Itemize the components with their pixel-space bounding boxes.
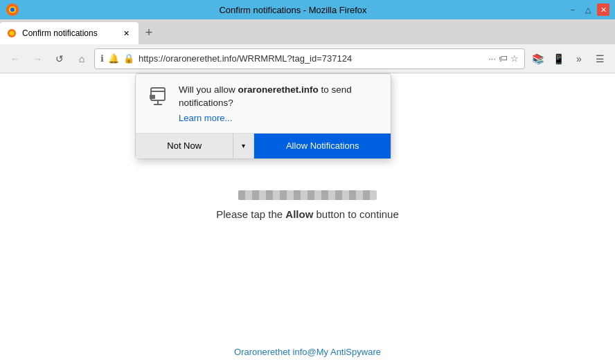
navbar: ← → ↺ ⌂ ℹ 🔔 🔒 https://oraronerethet.info… (0, 44, 615, 73)
new-tab-button[interactable]: + (139, 22, 159, 43)
menu-button[interactable]: ☰ (590, 49, 609, 69)
popup-body: Will you allow oraronerethet.info to sen… (136, 74, 391, 130)
more-icon[interactable]: ··· (488, 53, 496, 64)
address-icons: ··· 🏷 ☆ (488, 53, 519, 64)
tabbar: Confirm notifications ✕ + (0, 19, 615, 44)
not-now-button[interactable]: Not Now (136, 134, 233, 158)
extra-nav-buttons: 📚 📱 » ☰ (528, 49, 609, 69)
info-icon: ℹ (100, 53, 104, 64)
close-button[interactable]: ✕ (597, 3, 609, 16)
loading-bar (238, 190, 377, 200)
address-bar[interactable]: ℹ 🔔 🔒 https://oraronerethet.info/WRRMRML… (94, 48, 525, 69)
maximize-button[interactable]: △ (582, 3, 594, 16)
popup-text-before: Will you allow (179, 84, 238, 95)
tab-close-button[interactable]: ✕ (121, 28, 132, 39)
back-button[interactable]: ← (6, 49, 25, 69)
library-icon[interactable]: 📚 (528, 49, 547, 69)
notification-icon: 🔔 (108, 53, 119, 64)
footer-text: Oraronerethet info@My AntiSpyware (234, 347, 381, 357)
allow-word: Allow (285, 208, 313, 220)
footer: Oraronerethet info@My AntiSpyware (0, 347, 615, 357)
popup-content: Will you allow oraronerethet.info to sen… (179, 84, 381, 123)
tab-label: Confirm notifications (22, 28, 98, 38)
expand-button[interactable]: » (569, 49, 589, 69)
notification-popup: Will you allow oraronerethet.info to sen… (135, 73, 391, 159)
page-message-after: button to continue (313, 208, 398, 220)
forward-button[interactable]: → (28, 49, 47, 69)
home-button[interactable]: ⌂ (72, 49, 91, 69)
popup-actions: Not Now ▾ Allow Notifications (136, 133, 391, 158)
popup-message: Will you allow oraronerethet.info to sen… (179, 84, 381, 110)
url-text[interactable]: https://oraronerethet.info/WRRMRML?tag_i… (139, 53, 484, 64)
page-message-before: Please tap the (216, 208, 285, 220)
pocket-icon[interactable]: 🏷 (499, 53, 508, 64)
not-now-dropdown-button[interactable]: ▾ (233, 134, 254, 158)
titlebar-controls: − △ ✕ (567, 3, 609, 16)
secure-icon: 🔒 (123, 53, 134, 64)
svg-rect-7 (150, 95, 155, 99)
notification-permission-icon (145, 84, 170, 109)
page-message: Please tap the Allow button to continue (216, 208, 399, 220)
sync-icon[interactable]: 📱 (549, 49, 568, 69)
titlebar: Confirm notifications - Mozilla Firefox … (0, 0, 615, 19)
bookmark-icon[interactable]: ☆ (510, 53, 519, 64)
svg-point-2 (10, 8, 15, 12)
popup-site: oraronerethet.info (238, 84, 319, 95)
window-title: Confirm notifications - Mozilla Firefox (19, 5, 567, 15)
svg-point-4 (10, 31, 15, 36)
firefox-logo-icon (6, 3, 19, 17)
active-tab[interactable]: Confirm notifications ✕ (0, 22, 139, 44)
learn-more-link[interactable]: Learn more... (179, 113, 381, 123)
tab-favicon-icon (7, 28, 17, 38)
refresh-button[interactable]: ↺ (50, 49, 69, 69)
minimize-button[interactable]: − (567, 3, 579, 16)
allow-notifications-button[interactable]: Allow Notifications (254, 134, 391, 158)
